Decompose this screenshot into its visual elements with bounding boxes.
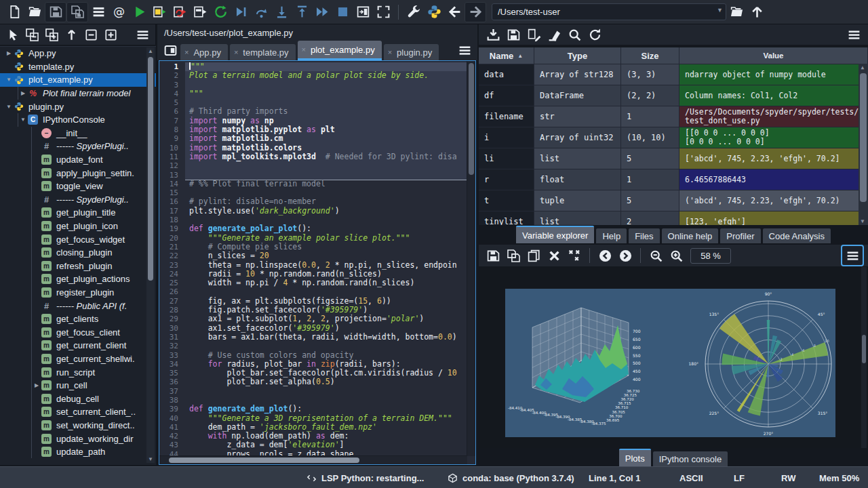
- code-line[interactable]: def generate_dem_plot():: [185, 405, 467, 413]
- outline-item-closing-plugin[interactable]: mclosing_plugin: [0, 246, 156, 260]
- cursor-hand-button[interactable]: [3, 25, 22, 44]
- code-line[interactable]: [185, 188, 467, 197]
- scroll-up-icon[interactable]: ▲: [146, 48, 155, 54]
- variable-type[interactable]: DataFrame: [534, 85, 621, 106]
- code-line[interactable]: with np.load(dem_path) as dem:: [185, 432, 467, 441]
- save-data-as-button[interactable]: [524, 25, 544, 44]
- forward-button[interactable]: [465, 2, 486, 22]
- scroll-up-icon[interactable]: ▲: [859, 64, 867, 70]
- code-line[interactable]: width = np.pi / 4 * np.random.rand(n_sli…: [185, 279, 467, 287]
- debug-file-button[interactable]: [231, 3, 251, 22]
- variable-type[interactable]: str: [534, 106, 621, 127]
- tree-collapse-icon[interactable]: ▼: [4, 104, 14, 110]
- debug-continue-button[interactable]: [312, 3, 332, 22]
- variable-size[interactable]: (2, 2): [621, 85, 679, 106]
- tree-collapse-icon[interactable]: ▼: [4, 77, 14, 83]
- outline-item-set-current-client-[interactable]: mset_current_client_..: [0, 405, 156, 419]
- run-button[interactable]: [129, 3, 149, 22]
- pane-tab-online-help[interactable]: Online help: [662, 228, 719, 243]
- code-line[interactable]: plot_bar.set_facecolor(plt.cm.viridis(ra…: [185, 369, 467, 378]
- variable-value[interactable]: Column names: Col1, Col2: [679, 85, 868, 106]
- next-plot-button[interactable]: [615, 246, 635, 265]
- outline-item-app-py[interactable]: ▶App.py: [0, 47, 156, 60]
- code-line[interactable]: # %% Plot final terrain model: [185, 180, 467, 188]
- zoom-out-button[interactable]: [646, 246, 666, 265]
- variable-row-data[interactable]: dataArray of str128(3, 3)ndarray object …: [479, 64, 868, 85]
- python-logo-button[interactable]: [424, 3, 444, 22]
- symbol-finder-button[interactable]: @: [108, 3, 129, 22]
- refresh-variables-button[interactable]: [585, 25, 605, 44]
- variable-size[interactable]: 1: [621, 106, 679, 127]
- tree-expand-icon[interactable]: ▶: [4, 50, 14, 56]
- variable-name[interactable]: data: [479, 64, 534, 85]
- outline-item-toggle-view[interactable]: mtoggle_view: [0, 180, 156, 193]
- code-line[interactable]: import matplotlib.pyplot as plt: [185, 125, 467, 134]
- outline-item-apply-plugin-settin-[interactable]: mapply_plugin_settin.: [0, 166, 156, 180]
- editor-vscrollbar[interactable]: [467, 61, 475, 456]
- variable-value[interactable]: [[0 0 0 ... 0 0 0] [0 0 0 ... 0 0 0]: [679, 127, 868, 148]
- menu-button[interactable]: [841, 245, 864, 266]
- variable-size[interactable]: (10, 10): [621, 127, 679, 148]
- scrollbar-thumb[interactable]: [862, 335, 866, 363]
- outline-item-get-plugin-icon[interactable]: mget_plugin_icon: [0, 220, 156, 233]
- variable-row-t[interactable]: ttuple5('abcd', 745, 2.23, 'efgh', 70.2): [479, 190, 868, 211]
- outline-item--spyderplugi-[interactable]: #------ SpyderPlugi..: [0, 193, 156, 207]
- run-selection-button[interactable]: [190, 3, 210, 22]
- outline-item-plugin-py[interactable]: ▼plugin.py: [0, 100, 156, 113]
- variable-name[interactable]: filename: [479, 106, 534, 127]
- code-line[interactable]: ax1.set_facecolor('#395979'): [185, 324, 467, 333]
- working-directory-input[interactable]: [492, 3, 726, 20]
- search-variable-button[interactable]: [564, 25, 585, 44]
- code-line[interactable]: ax1 = plt.subplot(1, 2, 2, projection='p…: [185, 314, 467, 323]
- variable-value[interactable]: ('abcd', 745, 2.23, 'efgh', 70.2): [679, 190, 868, 211]
- maximize-pane-button[interactable]: [353, 3, 373, 22]
- variable-row-r[interactable]: rfloat16.46567886443: [479, 169, 868, 190]
- collapse-section-button[interactable]: [22, 25, 42, 44]
- pane-tab-ipython-console[interactable]: IPython console: [653, 451, 728, 466]
- outline-item-get-current-client[interactable]: mget_current_client: [0, 339, 156, 352]
- variable-name[interactable]: tinylist: [479, 211, 534, 225]
- variable-row-tinylist[interactable]: tinylistlist2[123, 'efgh']: [479, 211, 868, 225]
- browse-tabs-button[interactable]: [160, 41, 180, 60]
- code-line[interactable]: [185, 387, 467, 396]
- outline-item-debug-cell[interactable]: mdebug_cell: [0, 392, 156, 405]
- outline-item-set-working-direct-[interactable]: mset_working_direct..: [0, 419, 156, 432]
- zoom-in-button[interactable]: [666, 246, 686, 265]
- variable-name[interactable]: r: [479, 169, 534, 190]
- code-text[interactable]: """Plot a terrain model and a polar plot…: [185, 62, 467, 456]
- collapse-all-button[interactable]: [81, 25, 101, 44]
- outline-item-update-font[interactable]: mupdate_font: [0, 153, 156, 167]
- save-data-button[interactable]: [503, 25, 524, 44]
- remove-all-plots-button[interactable]: [564, 246, 585, 265]
- code-line[interactable]: bars = ax1.bar(theta, radii, width=width…: [185, 333, 467, 342]
- table-scrollbar[interactable]: ▲ ▼: [859, 64, 868, 225]
- run-cell-button[interactable]: [149, 3, 170, 22]
- code-line[interactable]: # Use custom colors and opacity: [185, 351, 467, 360]
- editor-hscrollbar[interactable]: [159, 455, 467, 464]
- variable-row-filename[interactable]: filenamestr1/Users/Documents/spyder/spyd…: [479, 106, 868, 127]
- import-data-button[interactable]: [483, 25, 503, 44]
- close-tab-icon[interactable]: ×: [234, 48, 238, 56]
- code-line[interactable]: fig.patch.set_facecolor('#395979'): [185, 306, 467, 314]
- code-line[interactable]: import numpy as np: [185, 117, 467, 125]
- step-over-button[interactable]: [251, 3, 271, 22]
- code-line[interactable]: import matplotlib.colors: [185, 144, 467, 152]
- code-line[interactable]: import matplotlib.cm: [185, 134, 467, 143]
- open-dir-button[interactable]: [726, 3, 747, 22]
- pane-tab-variable-explorer[interactable]: Variable explorer: [516, 226, 594, 243]
- variable-value[interactable]: [123, 'efgh']: [679, 211, 868, 225]
- pane-tab-profiler[interactable]: Profiler: [720, 228, 760, 243]
- menu-button[interactable]: [454, 41, 475, 60]
- debug-stop-button[interactable]: [332, 3, 353, 22]
- code-line[interactable]: """: [185, 89, 467, 98]
- chevron-down-icon[interactable]: ▼: [717, 7, 723, 14]
- open-file-button[interactable]: [24, 3, 45, 22]
- variable-type[interactable]: list: [534, 148, 621, 169]
- menu-button[interactable]: [133, 25, 153, 44]
- code-line[interactable]: fig, ax = plt.subplots(figsize=(15, 6)): [185, 297, 467, 306]
- variable-name[interactable]: li: [479, 148, 534, 169]
- column-header-value[interactable]: Value: [679, 47, 868, 64]
- code-line[interactable]: n_slices = 20: [185, 251, 467, 260]
- menu-button[interactable]: [844, 25, 864, 44]
- code-line[interactable]: import mpl_toolkits.mplot3d # Needed for…: [185, 152, 467, 161]
